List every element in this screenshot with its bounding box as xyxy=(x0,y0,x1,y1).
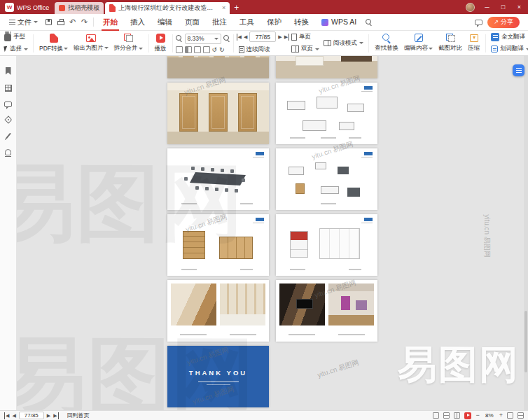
rotate-right-icon[interactable]: ↻ xyxy=(219,46,225,53)
edit-content-button[interactable]: 编辑内容 xyxy=(401,31,436,55)
page-thumbnail[interactable] xyxy=(276,56,377,78)
file-menu-button[interactable]: 文件 xyxy=(4,15,43,29)
word-translate-button[interactable]: 划词翻译 xyxy=(489,44,528,55)
tab-label: 转换 xyxy=(294,14,309,30)
next-page-icon[interactable]: ▶ xyxy=(47,412,50,419)
ribbon-search-button[interactable] xyxy=(363,16,375,28)
maximize-button[interactable]: □ xyxy=(496,0,510,14)
message-icon[interactable] xyxy=(475,20,482,25)
undo-button[interactable]: ↶ xyxy=(67,16,78,28)
vertical-scrollbar[interactable] xyxy=(524,56,528,410)
find-replace-label: 查找替换 xyxy=(375,44,398,52)
prev-page-icon[interactable]: ◀ xyxy=(12,412,15,419)
fit-page-icon[interactable] xyxy=(203,46,210,53)
screenshot-compare-button[interactable]: 截图对比 xyxy=(436,31,465,55)
split-merge-button[interactable]: 拆分合并 xyxy=(111,31,146,55)
hand-tool-button[interactable]: 手型 xyxy=(2,32,30,43)
new-tab-button[interactable]: + xyxy=(231,4,244,14)
page-number-input[interactable] xyxy=(249,31,276,42)
pdf-convert-icon xyxy=(50,34,58,43)
tab-comment[interactable]: 批注 xyxy=(206,14,233,31)
tab-label: 工具 xyxy=(239,14,254,30)
scrollbar-thumb[interactable] xyxy=(524,311,527,372)
signature-icon[interactable] xyxy=(6,133,11,139)
rotate-left-icon[interactable]: ↺ xyxy=(212,46,218,53)
tab-tools[interactable]: 工具 xyxy=(233,14,260,31)
fit-width-icon[interactable] xyxy=(185,46,192,53)
print-button[interactable] xyxy=(55,16,67,28)
tag-icon[interactable] xyxy=(4,115,12,123)
status-zoom-value: 8% xyxy=(484,412,495,419)
last-page-icon[interactable]: ▶ xyxy=(53,412,58,419)
tab-home[interactable]: 开始 xyxy=(97,14,124,31)
select-tool-button[interactable]: 选择 xyxy=(2,44,30,55)
last-page-icon[interactable]: ▶ xyxy=(284,34,289,41)
thumbnail-panel-icon[interactable] xyxy=(5,85,12,92)
tab-insert[interactable]: 插入 xyxy=(124,14,151,31)
zoom-in-icon[interactable] xyxy=(223,35,230,42)
find-replace-button[interactable]: 查找替换 xyxy=(372,31,401,55)
tab-docer-template[interactable]: 找稻壳模板 xyxy=(55,2,104,14)
single-page-view-icon[interactable] xyxy=(433,412,439,419)
first-page-icon[interactable]: ◀ xyxy=(4,412,9,419)
document-view[interactable]: 易图网 易图网 xyxy=(17,56,528,410)
zoom-group: 8.33% ↺ ↻ xyxy=(176,34,230,53)
bookmark-icon[interactable] xyxy=(6,67,11,75)
page-thumbnail[interactable] xyxy=(276,214,377,276)
double-page-view-icon[interactable] xyxy=(443,412,450,419)
tab-convert[interactable]: 转换 xyxy=(288,14,315,31)
zoom-out-icon[interactable] xyxy=(176,35,183,42)
stamp-icon[interactable] xyxy=(5,149,11,155)
user-avatar[interactable] xyxy=(466,3,475,12)
fullscreen-icon[interactable] xyxy=(517,412,524,419)
play-button[interactable]: 播放 xyxy=(152,31,169,55)
save-button[interactable] xyxy=(43,16,55,28)
tab-edit[interactable]: 编辑 xyxy=(151,14,179,31)
double-page-button[interactable]: 双页 xyxy=(289,44,321,55)
page-thumbnail-thank-you[interactable]: THANK YOU xyxy=(167,346,269,407)
page-thumbnail[interactable] xyxy=(276,280,377,342)
continuous-read-button[interactable]: 连续阅读 xyxy=(237,44,272,55)
page-thumbnail[interactable] xyxy=(167,56,269,78)
minimize-button[interactable]: ─ xyxy=(480,0,494,14)
tab-wps-ai[interactable]: WPS AI xyxy=(315,14,363,31)
single-page-button[interactable]: 单页 xyxy=(289,32,321,43)
actual-size-icon[interactable] xyxy=(176,46,183,53)
page-thumbnail[interactable] xyxy=(167,148,269,210)
zoom-select[interactable]: 8.33% xyxy=(185,34,221,44)
page-thumbnail[interactable] xyxy=(167,83,269,144)
play-icon[interactable] xyxy=(464,412,471,419)
tab-close-icon[interactable]: × xyxy=(222,5,225,11)
back-to-home-link[interactable]: 回到首页 xyxy=(67,412,90,419)
pdf-convert-button[interactable]: PDF转换 xyxy=(36,31,71,55)
page-thumbnail[interactable] xyxy=(167,214,269,276)
tab-page[interactable]: 页面 xyxy=(179,14,206,31)
save-icon xyxy=(46,19,52,25)
fit-page-icon[interactable] xyxy=(507,412,513,419)
page-thumbnail[interactable] xyxy=(276,83,377,144)
share-button[interactable]: ↗ 分享 xyxy=(487,17,520,28)
first-page-icon[interactable]: ◀ xyxy=(237,34,242,41)
thumbnail-art xyxy=(181,203,197,204)
tab-document[interactable]: 上海银行深圳红岭支行改建改造设计方案 × xyxy=(105,2,230,14)
next-page-icon[interactable]: ▶ xyxy=(278,34,282,41)
assistant-floating-button[interactable] xyxy=(513,64,524,76)
tab-protect[interactable]: 保护 xyxy=(260,14,288,31)
status-page-input[interactable] xyxy=(19,412,44,419)
close-button[interactable]: × xyxy=(512,0,527,14)
full-translate-button[interactable]: 全文翻译 xyxy=(489,32,528,43)
redo-button[interactable]: ↷ xyxy=(78,16,90,28)
zoom-in-icon[interactable]: + xyxy=(499,412,503,419)
app-home-button[interactable]: W WPS Office xyxy=(0,3,55,14)
continuous-view-icon[interactable] xyxy=(454,412,460,419)
compress-label: 压缩 xyxy=(468,44,480,52)
page-thumbnail[interactable] xyxy=(276,148,377,210)
zoom-out-icon[interactable]: − xyxy=(475,412,479,419)
export-as-image-button[interactable]: 输出为图片 xyxy=(71,31,111,55)
page-thumbnail[interactable] xyxy=(167,280,269,342)
prev-page-icon[interactable]: ◀ xyxy=(244,34,247,41)
read-mode-button[interactable]: 阅读模式 xyxy=(321,38,366,48)
compress-button[interactable]: 压缩 xyxy=(465,31,482,55)
fit-height-icon[interactable] xyxy=(194,46,201,53)
comment-panel-icon[interactable] xyxy=(4,102,12,107)
